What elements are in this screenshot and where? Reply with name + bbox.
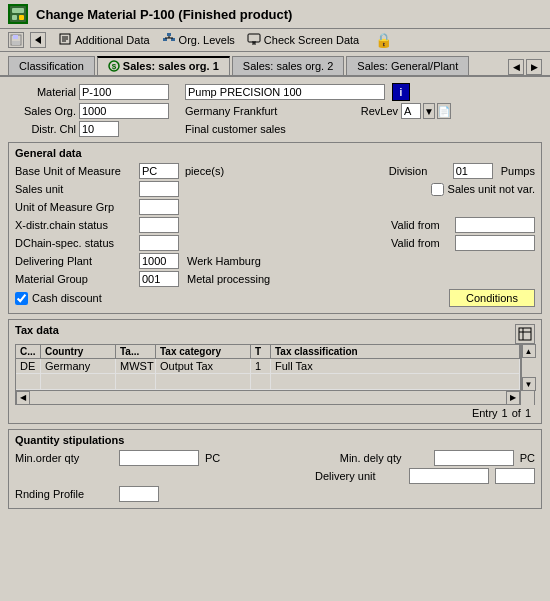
save-icon[interactable] — [8, 32, 24, 48]
material-name-input[interactable] — [185, 84, 385, 100]
valid-from-input1[interactable] — [455, 217, 535, 233]
min-dely-qty-unit: PC — [520, 452, 535, 464]
base-uom-label: Base Unit of Measure — [15, 165, 135, 177]
tabs-bar: Classification $ Sales: sales org. 1 Sal… — [0, 52, 550, 77]
scroll-down-btn[interactable]: ▼ — [522, 377, 536, 391]
tab-navigation: ◀ ▶ — [508, 59, 542, 75]
min-dely-qty-input[interactable] — [434, 450, 514, 466]
delivery-unit-unit-input[interactable] — [495, 468, 535, 484]
distr-chl-label: Distr. Chl — [8, 123, 76, 135]
entry-row: Entry 1 of 1 — [15, 405, 535, 421]
min-order-qty-input[interactable] — [119, 450, 199, 466]
title-bar: Change Material P-100 (Finished product) — [0, 0, 550, 29]
main-content: Material i Sales Org. Germany Frankfurt … — [0, 77, 550, 520]
header-fields: Material i Sales Org. Germany Frankfurt … — [8, 83, 542, 137]
org-levels-btn[interactable]: Org. Levels — [162, 32, 235, 48]
uom-grp-label: Unit of Measure Grp — [15, 201, 135, 213]
valid-from-label1: Valid from — [391, 219, 451, 231]
scroll-left-btn[interactable]: ◀ — [16, 391, 30, 405]
dchain-input[interactable] — [139, 235, 179, 251]
tax-scrollbar-v[interactable]: ▲ ▼ — [521, 344, 535, 391]
revlev-doc-btn[interactable]: 📄 — [437, 103, 451, 119]
org-levels-icon — [162, 32, 176, 48]
material-input[interactable] — [79, 84, 169, 100]
conditions-button[interactable]: Conditions — [449, 289, 535, 307]
additional-data-btn[interactable]: Additional Data — [58, 32, 150, 48]
svg-marker-7 — [35, 36, 41, 44]
col-ta: Ta... — [116, 345, 156, 358]
col-tax-classification: Tax classification — [271, 345, 520, 358]
division-input[interactable] — [453, 163, 493, 179]
svg-rect-1 — [12, 8, 24, 13]
uom-grp-input[interactable] — [139, 199, 179, 215]
svg-rect-12 — [167, 33, 171, 36]
scroll-right-btn[interactable]: ▶ — [506, 391, 520, 405]
sales-unit-row: Sales unit Sales unit not var. — [15, 181, 535, 197]
material-group-name: Metal processing — [187, 273, 270, 285]
tab-classification[interactable]: Classification — [8, 56, 95, 75]
cell-country: Germany — [41, 359, 116, 373]
app-icon — [8, 4, 28, 24]
tax-data-section: Tax data C... Country Ta... Tax category… — [8, 319, 542, 424]
sales-unit-not-var-label: Sales unit not var. — [448, 183, 535, 195]
check-screen-icon — [247, 32, 261, 48]
division-name: Pumps — [501, 165, 535, 177]
x-distr-input[interactable] — [139, 217, 179, 233]
delivery-unit-row: Delivery unit — [15, 468, 535, 484]
min-order-qty-label: Min.order qty — [15, 452, 115, 464]
delivering-plant-row: Delivering Plant Werk Hamburg — [15, 253, 535, 269]
general-data-title: General data — [15, 147, 535, 159]
info-btn[interactable]: i — [392, 83, 410, 101]
quantity-stipulations-section: Quantity stipulations Min.order qty PC M… — [8, 429, 542, 509]
min-order-qty-row: Min.order qty PC Min. dely qty PC — [15, 450, 535, 466]
of-value: 1 — [525, 407, 531, 419]
tab-sales-org1[interactable]: $ Sales: sales org. 1 — [97, 56, 230, 75]
cash-discount-row: Cash discount Conditions — [15, 289, 535, 307]
tax-table-settings-icon[interactable] — [515, 324, 535, 344]
general-data-section: General data Base Unit of Measure piece(… — [8, 142, 542, 314]
window-title: Change Material P-100 (Finished product) — [36, 7, 292, 22]
base-uom-unit: piece(s) — [185, 165, 224, 177]
svg-rect-5 — [13, 35, 18, 39]
svg-rect-3 — [19, 15, 24, 20]
svg-rect-17 — [248, 34, 260, 42]
sales-org-name: Germany Frankfurt — [185, 105, 345, 117]
delivering-plant-input[interactable] — [139, 253, 179, 269]
sales-org1-tab-icon: $ — [108, 60, 120, 72]
scroll-up-btn[interactable]: ▲ — [522, 344, 536, 358]
delivery-unit-input[interactable] — [409, 468, 489, 484]
revlev-arrow-btn[interactable]: ▼ — [423, 103, 435, 119]
check-screen-label: Check Screen Data — [264, 34, 359, 46]
min-order-qty-unit: PC — [205, 452, 220, 464]
rnding-profile-input[interactable] — [119, 486, 159, 502]
tax-table-header: C... Country Ta... Tax category T Tax cl… — [16, 345, 520, 359]
tax-table-empty-row1 — [16, 374, 520, 390]
material-group-input[interactable] — [139, 271, 179, 287]
tab-sales-org2[interactable]: Sales: sales org. 2 — [232, 56, 345, 75]
tab-general-plant[interactable]: Sales: General/Plant — [346, 56, 469, 75]
valid-from-input2[interactable] — [455, 235, 535, 251]
svg-rect-2 — [12, 15, 17, 20]
check-screen-btn[interactable]: Check Screen Data — [247, 32, 359, 48]
tab-next-btn[interactable]: ▶ — [526, 59, 542, 75]
back-icon[interactable] — [30, 32, 46, 48]
cash-discount-checkbox[interactable] — [15, 292, 28, 305]
sales-unit-input[interactable] — [139, 181, 179, 197]
distr-chl-input[interactable] — [79, 121, 119, 137]
tax-table-wrapper: C... Country Ta... Tax category T Tax cl… — [15, 344, 535, 391]
dchain-label: DChain-spec. status — [15, 237, 135, 249]
material-group-row: Material Group Metal processing — [15, 271, 535, 287]
base-uom-row: Base Unit of Measure piece(s) Division P… — [15, 163, 535, 179]
rnding-profile-label: Rnding Profile — [15, 488, 115, 500]
svg-text:$: $ — [112, 62, 117, 71]
sales-org-input[interactable] — [79, 103, 169, 119]
of-label: of — [512, 407, 521, 419]
revlev-label: RevLev — [348, 105, 398, 117]
svg-rect-6 — [12, 41, 20, 45]
col-c: C... — [16, 345, 41, 358]
base-uom-input[interactable] — [139, 163, 179, 179]
tab-prev-btn[interactable]: ◀ — [508, 59, 524, 75]
division-label: Division — [389, 165, 449, 177]
revlev-input[interactable] — [401, 103, 421, 119]
sales-unit-not-var-checkbox[interactable] — [431, 183, 444, 196]
